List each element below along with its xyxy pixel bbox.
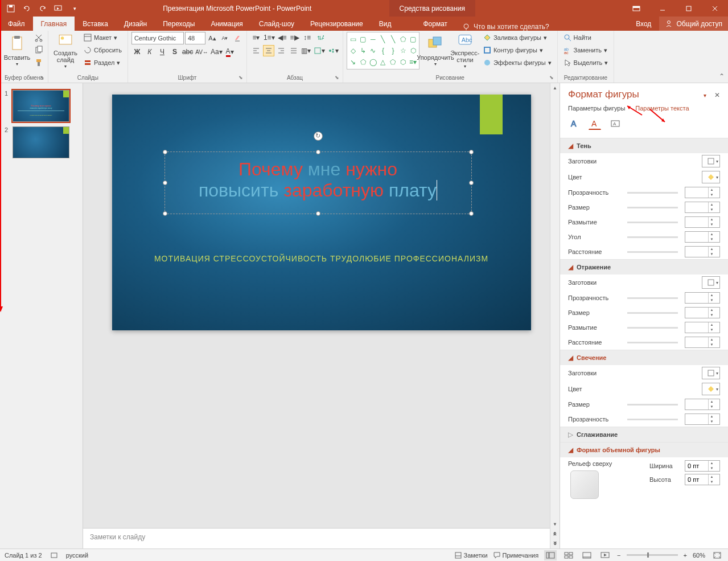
notes-pane[interactable]: Заметки к слайду — [83, 528, 560, 548]
sign-in-link[interactable]: Вход — [628, 17, 659, 31]
subtitle-text[interactable]: МОТИВАЦИЯ СТРЕССОУСТОЙЧИВОСТЬ ТРУДОЛЮБИЕ… — [112, 254, 531, 263]
spellcheck-icon[interactable] — [50, 551, 58, 559]
shapes-gallery[interactable]: ▭▢─╲╲⬠▢ ◇↳∿{}☆⬡ ↘⬠◯△⬠⬡≡▾ — [347, 32, 419, 69]
undo-icon[interactable] — [22, 3, 32, 14]
shadow-angle-slider[interactable] — [627, 236, 678, 238]
tab-transitions[interactable]: Переходы — [155, 17, 203, 31]
paste-button[interactable]: Вставить ▾ — [3, 32, 31, 69]
ribbon-display-icon[interactable] — [623, 0, 649, 17]
shadow-size-slider[interactable] — [627, 207, 678, 208]
shadow-blur-slider[interactable] — [627, 222, 678, 223]
arrange-button[interactable]: Упорядочить▾ — [422, 32, 449, 69]
reflection-blur-spinner[interactable]: ▲▼ — [685, 322, 720, 333]
collapse-ribbon-icon[interactable]: ⌃ — [719, 72, 725, 80]
shadow-color-combo[interactable] — [702, 171, 720, 183]
title-textbox[interactable]: Почему мне нужно повысить заработную пла… — [164, 151, 472, 214]
shape-outline-button[interactable]: Контур фигуры ▾ — [481, 44, 554, 56]
format-painter-icon[interactable] — [33, 57, 44, 68]
reflection-presets-combo[interactable] — [702, 276, 720, 289]
shape-options-tab[interactable]: Параметры фигуры — [568, 105, 625, 112]
strike-icon[interactable]: abc — [182, 46, 194, 58]
close-icon[interactable] — [702, 0, 728, 17]
notes-toggle[interactable]: Заметки — [455, 552, 488, 559]
share-button[interactable]: Общий доступ — [659, 17, 728, 31]
font-family-combo[interactable]: Century Gothic — [131, 32, 184, 44]
zoom-slider[interactable] — [627, 554, 678, 556]
resize-handle[interactable] — [316, 211, 320, 216]
tab-design[interactable]: Дизайн — [116, 17, 155, 31]
shadow-transparency-slider[interactable] — [627, 192, 678, 194]
zoom-in-icon[interactable]: + — [684, 552, 687, 559]
quick-styles-button[interactable]: Abc Экспресс-стили▾ — [451, 32, 479, 69]
smartart-icon[interactable]: ▾ — [327, 45, 339, 56]
select-button[interactable]: Выделить ▾ — [561, 57, 611, 68]
tab-insert[interactable]: Вставка — [75, 17, 116, 31]
glow-size-spinner[interactable]: ▲▼ — [685, 399, 720, 410]
pane-options-icon[interactable]: ▾ — [704, 92, 706, 99]
shadow-size-spinner[interactable]: ▲▼ — [685, 202, 720, 213]
glow-transparency-spinner[interactable]: ▲▼ — [685, 413, 720, 425]
shadow-transparency-spinner[interactable]: ▲▼ — [685, 187, 720, 198]
sorter-view-icon[interactable] — [562, 550, 575, 560]
decrease-font-icon[interactable]: A▾ — [219, 32, 231, 44]
copy-icon[interactable] — [33, 44, 44, 56]
reflection-transparency-spinner[interactable]: ▲▼ — [685, 292, 720, 304]
title-line-1[interactable]: Почему мне нужно — [172, 159, 464, 180]
reflection-transparency-slider[interactable] — [627, 297, 678, 299]
tell-me-box[interactable]: Что вы хотите сделать? — [455, 23, 556, 31]
resize-handle[interactable] — [469, 211, 474, 216]
tab-animation[interactable]: Анимация — [203, 17, 250, 31]
glow-transparency-slider[interactable] — [627, 419, 678, 420]
increase-font-icon[interactable]: A▴ — [207, 32, 218, 44]
clear-formatting-icon[interactable] — [232, 32, 243, 44]
cut-icon[interactable] — [33, 32, 44, 43]
shadow-distance-spinner[interactable]: ▲▼ — [685, 246, 720, 257]
save-icon[interactable] — [6, 3, 16, 14]
glow-color-combo[interactable] — [702, 383, 720, 395]
bevel-height-spinner[interactable]: ▲▼ — [685, 474, 720, 485]
zoom-out-icon[interactable]: − — [617, 552, 620, 559]
font-dialog-launcher[interactable]: ⬊ — [238, 75, 245, 81]
reset-button[interactable]: Сбросить — [81, 44, 124, 56]
text-direction-icon[interactable]: ⇅A — [314, 32, 326, 43]
bullets-icon[interactable]: ≡▾ — [250, 32, 262, 43]
section-glow-header[interactable]: ◢Свечение — [560, 350, 728, 365]
drawing-dialog-launcher[interactable]: ⬊ — [549, 75, 556, 81]
justify-icon[interactable] — [288, 45, 299, 56]
increase-indent-icon[interactable]: ≡▶ — [289, 32, 301, 43]
glow-size-slider[interactable] — [627, 404, 678, 406]
tab-format[interactable]: Формат — [415, 17, 455, 31]
bevel-preset-combo[interactable] — [570, 470, 599, 499]
columns-icon[interactable]: ▥▾ — [301, 45, 312, 56]
change-case-icon[interactable]: Aa▾ — [210, 46, 223, 58]
resize-handle[interactable] — [469, 181, 474, 185]
find-button[interactable]: Найти — [561, 32, 611, 43]
align-text-icon[interactable]: ▾ — [313, 45, 326, 56]
section-3d-header[interactable]: ◢Формат объемной фигуры — [560, 443, 728, 457]
new-slide-button[interactable]: Создать слайд ▾ — [52, 32, 79, 69]
shadow-blur-spinner[interactable]: ▲▼ — [685, 216, 720, 228]
resize-handle[interactable] — [163, 150, 167, 154]
section-softedges-header[interactable]: ▷Сглаживание — [560, 427, 728, 442]
resize-handle[interactable] — [163, 181, 167, 185]
slideshow-view-icon[interactable] — [599, 550, 611, 560]
font-size-combo[interactable]: 48 — [185, 32, 205, 44]
underline-icon[interactable]: Ч — [157, 46, 168, 58]
start-from-beginning-icon[interactable] — [54, 3, 64, 14]
tab-file[interactable]: Файл — [0, 17, 33, 31]
glow-presets-combo[interactable] — [702, 367, 720, 379]
language-indicator[interactable]: русский — [66, 552, 88, 559]
decrease-indent-icon[interactable]: ◀≡ — [277, 32, 288, 43]
align-right-icon[interactable] — [275, 45, 287, 56]
paragraph-dialog-launcher[interactable]: ⬊ — [335, 75, 342, 81]
zoom-level[interactable]: 60% — [693, 552, 705, 559]
text-effects-icon[interactable]: A — [589, 117, 601, 130]
reflection-distance-spinner[interactable]: ▲▼ — [685, 337, 720, 348]
shape-fill-button[interactable]: Заливка фигуры ▾ — [481, 32, 554, 43]
redo-icon[interactable] — [38, 3, 48, 14]
reflection-size-slider[interactable] — [627, 312, 678, 314]
comments-toggle[interactable]: Примечания — [493, 552, 539, 559]
reflection-size-spinner[interactable]: ▲▼ — [685, 307, 720, 318]
reflection-blur-slider[interactable] — [627, 327, 678, 329]
text-options-tab[interactable]: Параметры текста — [635, 105, 689, 112]
